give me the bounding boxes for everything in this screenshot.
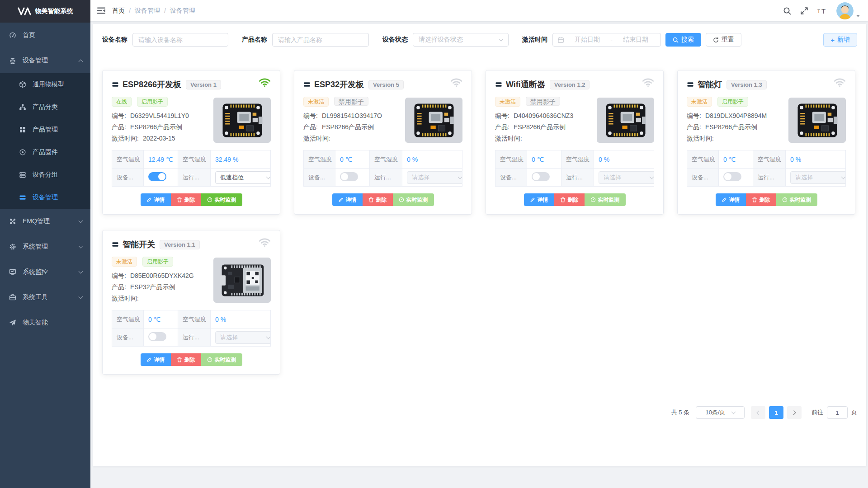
sidebar-item-通用物模型[interactable]: 通用物模型 — [0, 73, 90, 96]
humidity-label: 空气湿度 — [178, 150, 211, 169]
device-name-input[interactable] — [132, 33, 228, 47]
device-switch-toggle[interactable] — [148, 172, 166, 181]
emq-nodes-icon — [9, 218, 16, 225]
user-avatar[interactable] — [836, 2, 854, 19]
device-image — [405, 98, 462, 143]
detail-button[interactable]: 详情 — [716, 193, 746, 206]
activation-label: 激活时间: — [303, 134, 330, 143]
temperature-value: 0 ℃ — [719, 150, 753, 169]
monitor-button[interactable]: 实时监测 — [585, 193, 626, 206]
humidity-value: 0 % — [402, 150, 462, 169]
version-badge: Version 1 — [186, 80, 221, 89]
search-icon[interactable] — [783, 7, 791, 15]
delete-button[interactable]: 删除 — [171, 353, 201, 366]
detail-button[interactable]: 详情 — [524, 193, 554, 206]
sidebar-item-label: 设备分组 — [33, 171, 58, 179]
gear-label: 运行... — [370, 169, 402, 187]
gear-select[interactable]: 低速档位 — [215, 171, 271, 184]
monitor-button[interactable]: 实时监测 — [201, 353, 242, 366]
breadcrumb-item[interactable]: 首页 — [112, 7, 125, 15]
sidebar-item-物美智能[interactable]: 物美智能 — [0, 310, 90, 335]
gear-select[interactable]: 请选择 — [215, 331, 271, 344]
next-page-button[interactable] — [787, 406, 802, 419]
device-name-label: 设备名称 — [102, 36, 127, 44]
version-badge: Version 5 — [368, 80, 404, 89]
sidebar-item-首页[interactable]: 首页 — [0, 23, 90, 48]
device-switch-toggle[interactable] — [340, 172, 358, 181]
gear-select[interactable]: 请选择 — [407, 171, 462, 184]
sidebar-item-系统工具[interactable]: 系统工具 — [0, 285, 90, 310]
shadow-tag: 启用影子 — [137, 97, 168, 107]
sidebar-item-产品分类[interactable]: 产品分类 — [0, 96, 90, 118]
device-switch-toggle[interactable] — [532, 172, 550, 181]
sidebar-item-系统监控[interactable]: 系统监控 — [0, 259, 90, 285]
switch-label: 设备... — [112, 328, 144, 347]
sidebar-item-设备管理[interactable]: 设备管理 — [0, 48, 90, 73]
product-name-input[interactable] — [272, 33, 369, 47]
sidebar-item-label: 系统工具 — [23, 293, 48, 301]
activation-date-range[interactable]: 开始日期 - 结束日期 — [552, 33, 661, 47]
activation-value: 2022-03-15 — [143, 134, 175, 143]
delete-button[interactable]: 删除 — [746, 193, 776, 206]
device-switch-toggle[interactable] — [148, 332, 166, 341]
device-status-select[interactable]: 请选择设备状态 — [413, 33, 509, 47]
sidebar-item-设备分组[interactable]: 设备分组 — [0, 164, 90, 186]
prev-page-button[interactable] — [751, 406, 765, 419]
activation-label: 激活时间: — [687, 134, 714, 143]
detail-button[interactable]: 详情 — [332, 193, 363, 206]
device-bars-icon — [495, 81, 502, 88]
product-label: 产品: — [303, 122, 318, 131]
sidebar-item-产品管理[interactable]: 产品管理 — [0, 118, 90, 141]
app-title: 物美智能系统 — [35, 7, 73, 15]
fold-menu-icon[interactable] — [90, 0, 112, 21]
font-size-icon[interactable]: TT — [817, 7, 827, 14]
detail-button[interactable]: 详情 — [141, 193, 171, 206]
gauge-icon — [207, 197, 212, 202]
user-menu[interactable] — [836, 2, 860, 19]
breadcrumb-item: 设备管理 — [135, 7, 160, 15]
fullscreen-icon[interactable] — [800, 7, 808, 15]
sidebar-item-系统管理[interactable]: 系统管理 — [0, 234, 90, 259]
monitor-button[interactable]: 实时监测 — [201, 193, 242, 206]
page-number-1[interactable]: 1 — [769, 406, 783, 419]
device-bars-icon — [112, 241, 119, 248]
delete-button[interactable]: 删除 — [171, 193, 201, 206]
gear-select[interactable]: 请选择 — [599, 171, 654, 184]
device-switch-toggle[interactable] — [723, 172, 741, 181]
activation-label: 激活时间: — [495, 134, 522, 143]
sidebar-item-EMQ管理[interactable]: EMQ管理 — [0, 209, 90, 234]
detail-button[interactable]: 详情 — [141, 353, 171, 366]
product-grid-icon — [19, 126, 26, 133]
sidebar-item-产品固件[interactable]: 产品固件 — [0, 141, 90, 164]
monitor-button[interactable]: 实时监测 — [776, 193, 817, 206]
gear-value: 请选择 — [412, 174, 429, 182]
device-bars-icon — [687, 81, 694, 88]
end-date-placeholder: 结束日期 — [615, 36, 656, 44]
reset-button[interactable]: 重置 — [706, 33, 741, 47]
wifi-status-icon — [642, 78, 654, 87]
gear-select[interactable]: 请选择 — [790, 171, 846, 184]
activation-label: 激活时间: — [112, 294, 139, 303]
chevron-down-icon — [266, 174, 271, 179]
category-tree-icon — [19, 103, 26, 111]
telemetry-table: 空气温度 0 ℃ 空气湿度 0 % 设备... 运行... 请选择 — [495, 150, 654, 187]
goto-page-input[interactable] — [827, 406, 848, 419]
status-tag: 未激活 — [303, 97, 329, 107]
app-logo[interactable]: 物美智能系统 — [0, 0, 90, 23]
devices-layers-icon — [9, 57, 16, 64]
version-badge: Version 1.2 — [550, 80, 590, 89]
humidity-value: 0 % — [594, 150, 654, 169]
trash-icon — [752, 197, 757, 202]
delete-button[interactable]: 删除 — [554, 193, 585, 206]
sidebar-menu: 首页设备管理通用物模型产品分类产品管理产品固件设备分组设备管理EMQ管理系统管理… — [0, 23, 90, 335]
page-size-select[interactable]: 10条/页 — [696, 406, 745, 419]
product-value: ESP32产品示例 — [130, 282, 175, 291]
search-button[interactable]: 搜索 — [665, 33, 701, 47]
svg-text:T: T — [821, 7, 826, 14]
monitor-button[interactable]: 实时监测 — [393, 193, 434, 206]
sidebar-item-设备管理[interactable]: 设备管理 — [0, 186, 90, 209]
add-button[interactable]: + 新增 — [823, 33, 857, 47]
serial-label: 编号: — [303, 111, 318, 120]
pencil-icon — [338, 197, 344, 202]
delete-button[interactable]: 删除 — [363, 193, 393, 206]
